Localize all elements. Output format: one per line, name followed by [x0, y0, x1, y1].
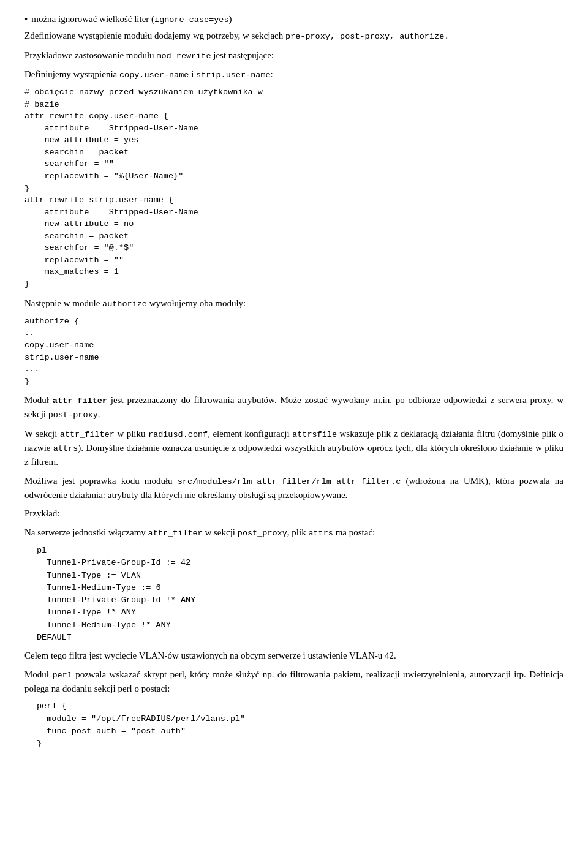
- attr-filter-code3: attr_filter: [148, 529, 203, 538]
- para2b-and: i: [189, 69, 196, 79]
- code-block-attrs: pl Tunnel-Private-Group-Id := 42 Tunnel-…: [37, 545, 564, 644]
- para-cel: Celem tego filtra jest wycięcie VLAN-ów …: [24, 649, 564, 663]
- page-content: • można ignorować wielkość liter (ignore…: [24, 12, 564, 750]
- para9-text: Celem tego filtra jest wycięcie VLAN-ów …: [24, 651, 396, 660]
- para-modules: Zdefiniowane wystąpienie modułu dodajemy…: [24, 29, 564, 43]
- strip-username-code: strip.user-name: [196, 70, 271, 80]
- perl-code: perl: [52, 671, 72, 680]
- para-attr-filter: Moduł attr_filter jest przeznaczony do f…: [24, 393, 564, 422]
- ignore-case-code: ignore_case=yes: [154, 15, 229, 25]
- bullet-item: • można ignorować wielkość liter (ignore…: [24, 12, 564, 26]
- para1-code: pre-proxy, post-proxy, authorize.: [285, 32, 449, 41]
- attrs-code2: attrs: [308, 529, 333, 538]
- para-perl: Moduł perl pozwala wskazać skrypt perl, …: [24, 668, 564, 696]
- para10-suffix: pozwala wskazać skrypt perl, który może …: [24, 670, 564, 693]
- src-code: src/modules/rlm_attr_filter/rlm_attr_fil…: [178, 477, 401, 486]
- para6-prefix: Możliwa jest poprawka kodu modułu: [24, 476, 178, 486]
- para2-prefix: Przykładowe zastosowanie modułu: [24, 50, 156, 60]
- para2b-colon: :: [271, 69, 273, 79]
- przyklad-text: Przykład:: [24, 508, 60, 518]
- attrs-code: attrs: [53, 444, 78, 453]
- para-przyklad: Przykład:: [24, 507, 564, 521]
- para2b-prefix: Definiujemy wystąpienia: [24, 69, 119, 79]
- para-attrsfile: W sekcji attr_filter w pliku radiusd.con…: [24, 427, 564, 469]
- radiusd-conf-code: radiusd.conf: [148, 430, 208, 439]
- post-proxy-code: post-proxy: [48, 410, 98, 420]
- code-block-authorize: authorize { .. copy.user-name strip.user…: [24, 315, 564, 387]
- code-comment1: # obcięcie nazwy przed wyszukaniem użytk…: [24, 86, 564, 290]
- para5-prefix: W sekcji: [24, 429, 60, 439]
- para8-mid: w sekcji: [203, 527, 238, 537]
- attr-filter-code2: attr_filter: [60, 430, 115, 439]
- attrsfile-code: attrsfile: [292, 430, 337, 439]
- para-patch: Możliwa jest poprawka kodu modułu src/mo…: [24, 474, 564, 502]
- para-na-serwerze: Na serwerze jednostki włączamy attr_filt…: [24, 526, 564, 540]
- para-define: Definiujemy wystąpienia copy.user-name i…: [24, 67, 564, 81]
- para4-prefix: Moduł: [24, 395, 53, 405]
- para3-suffix: wywołujemy oba moduły:: [147, 298, 246, 308]
- bullet-text: można ignorować wielkość liter (ignore_c…: [31, 12, 232, 26]
- para-example: Przykładowe zastosowanie modułu mod_rewr…: [24, 48, 564, 62]
- para3-prefix: Następnie w module: [24, 298, 102, 308]
- para8-mid2: , plik: [287, 527, 309, 537]
- attr-filter-bold: attr_filter: [53, 396, 107, 406]
- para8-suffix: ma postać:: [333, 527, 375, 537]
- para8-prefix: Na serwerze jednostki włączamy: [24, 527, 148, 537]
- post-proxy-code2: post_proxy: [238, 529, 287, 538]
- para5-mid: w pliku: [115, 429, 148, 439]
- mod-rewrite-code: mod_rewrite: [156, 51, 211, 61]
- para4-dot: .: [98, 409, 100, 419]
- para-authorize: Następnie w module authorize wywołujemy …: [24, 296, 564, 311]
- authorize-code: authorize: [102, 300, 147, 309]
- para1-text: Zdefiniowane wystąpienie modułu dodajemy…: [24, 31, 285, 40]
- para10-prefix: Moduł: [24, 670, 52, 679]
- para5-suffix2: ). Domyślne działanie oznacza usunięcie …: [24, 443, 564, 467]
- para2-suffix: jest następujące:: [211, 50, 274, 60]
- para5-mid2: , element konfiguracji: [208, 429, 292, 439]
- bullet-symbol: •: [24, 12, 28, 26]
- copy-username-code: copy.user-name: [119, 70, 189, 80]
- code-block-perl: perl { module = "/opt/FreeRADIUS/perl/vl…: [37, 700, 564, 750]
